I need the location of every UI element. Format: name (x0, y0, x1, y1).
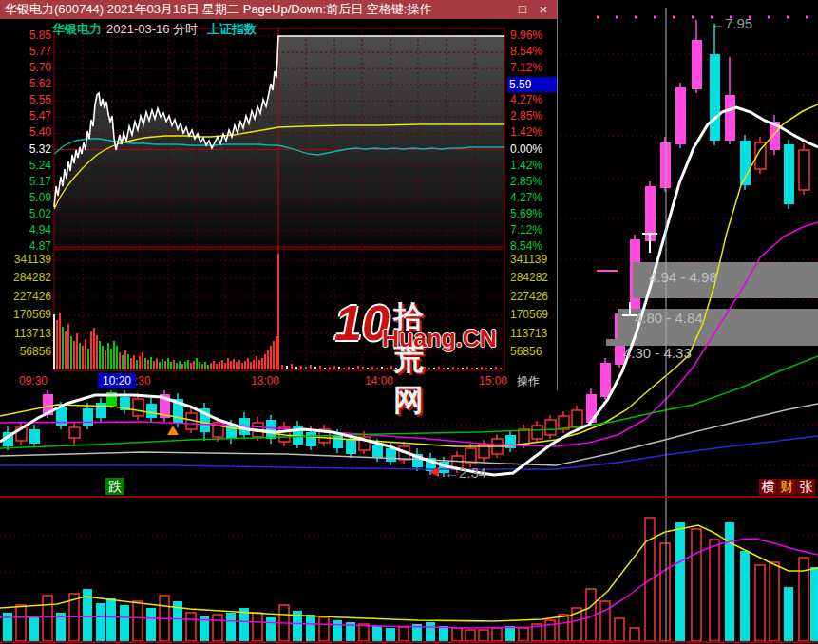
minute-volume-bar (291, 364, 293, 369)
volume-bar-up (770, 562, 779, 641)
price-tick: 5.85 (4, 28, 51, 42)
volume-bar-up (710, 540, 719, 641)
price-cursor-box: 5.59 (507, 77, 557, 92)
minute-volume-bar (133, 355, 135, 369)
candle-down (386, 448, 396, 462)
minute-volume-bar (457, 368, 459, 369)
minute-volume-bar (319, 366, 321, 369)
minute-volume-bar (193, 361, 195, 369)
volume-bar-up (559, 615, 568, 641)
minute-volume-bar (65, 331, 67, 369)
minute-chart-canvas (0, 0, 557, 390)
price-tick: 5.32 (4, 142, 51, 156)
minute-volume-bar (82, 346, 84, 369)
volume-bar-down (426, 622, 435, 641)
minute-volume-bar (53, 314, 55, 369)
minute-volume-bar (333, 366, 335, 369)
minute-volume-bar (241, 363, 243, 369)
volume-bar-up (16, 605, 26, 641)
minute-volume-bar (173, 360, 175, 369)
action-label[interactable]: 操作 (517, 374, 540, 388)
volume-bar-down (439, 626, 448, 641)
low-price-annotation: ←2.34 (445, 464, 486, 481)
minute-volume-bar (357, 366, 359, 369)
volume-bar-up (545, 620, 555, 641)
time-cursor-box: 10:20 (98, 373, 136, 388)
minute-volume-bar (352, 368, 354, 369)
percent-tick: 4.27% (510, 93, 542, 106)
volume-bar-up (213, 615, 222, 641)
minute-volume-bar (281, 365, 283, 369)
minute-volume-bar (219, 362, 220, 369)
percent-tick: 2.85% (510, 175, 542, 188)
high-price-annotation: ←7.95 (711, 15, 752, 31)
candle-down (29, 429, 40, 444)
minute-volume-bar (162, 359, 163, 369)
price-tick: 5.77 (4, 45, 51, 58)
minute-volume-bar (348, 367, 350, 369)
minute-volume-bar (76, 333, 78, 369)
minute-volume-bar (443, 368, 445, 369)
minute-volume-bar (79, 343, 81, 369)
time-tick: 09:30 (19, 374, 48, 388)
volume-bar-up (452, 628, 462, 641)
minute-volume-bar (150, 357, 152, 369)
candle-up (532, 426, 542, 439)
candle-limit-up (725, 95, 735, 141)
close-button[interactable]: × (536, 2, 551, 17)
volume-bar-down (226, 613, 236, 641)
minute-volume-bar (267, 350, 269, 369)
minute-volume-bar (164, 361, 166, 369)
volume-bar-up (319, 617, 329, 641)
volume-bar-down (333, 620, 342, 641)
minute-volume-bar (371, 367, 373, 369)
candle-down (306, 432, 316, 446)
time-tick: 13:00 (251, 374, 279, 388)
minute-volume-bar (428, 368, 430, 369)
minute-volume-bar (96, 335, 98, 369)
volume-bar-down (306, 615, 315, 641)
minute-volume-bar (221, 360, 223, 369)
minute-volume-bar (224, 363, 226, 369)
minute-volume-bar (139, 356, 141, 369)
minute-volume-bar (230, 361, 232, 369)
percent-tick: 1.42% (510, 125, 542, 139)
price-tick: 5.70 (4, 61, 51, 74)
candle-limit-up (692, 40, 702, 89)
minute-volume-bar (343, 368, 345, 369)
minute-volume-bar (124, 350, 126, 369)
minute-volume-bar (90, 331, 92, 369)
minute-volume-bar (277, 254, 279, 369)
minute-volume-bar (447, 368, 449, 369)
candle-down (83, 408, 93, 426)
minute-volume-bar (438, 367, 440, 369)
minute-volume-bar (93, 328, 95, 369)
minute-volume-bar (405, 368, 407, 369)
percent-tick: 4.27% (510, 191, 542, 204)
maximize-button[interactable]: □ (515, 2, 530, 17)
minute-volume-bar (386, 368, 388, 369)
window-titlebar[interactable]: 华银电力(600744) 2021年03月16日 星期二 PageUp/Down… (0, 0, 557, 19)
minute-volume-bar (495, 367, 497, 369)
volume-tick: 113713 (510, 327, 547, 340)
volume-bar-up (133, 601, 143, 641)
minute-volume-bar (244, 361, 246, 369)
time-tick: 15:00 (479, 374, 507, 388)
minute-volume-bar (130, 358, 132, 369)
volume-bar-down (29, 617, 39, 641)
volume-tick: 284282 (510, 271, 548, 284)
window-title: 华银电力(600744) 2021年03月16日 星期二 PageUp/Down… (5, 2, 431, 16)
price-tick: 5.17 (4, 175, 51, 188)
minute-volume-bar (286, 366, 288, 369)
gap-band-label-2: 4.80 - 4.84 (635, 310, 703, 326)
minute-volume-bar (256, 356, 257, 369)
minute-volume-bar (87, 349, 89, 369)
volume-tick: 227426 (4, 290, 51, 303)
volume-bar-up (519, 628, 528, 641)
volume-bar-down (120, 605, 129, 641)
index-compare-label[interactable]: 上证指数 (207, 21, 257, 38)
price-tick: 4.87 (4, 239, 51, 253)
candle-up (519, 429, 529, 445)
gap-band-label-3: 4.30 - 4.33 (623, 345, 692, 361)
minute-volume-bar (381, 367, 383, 369)
